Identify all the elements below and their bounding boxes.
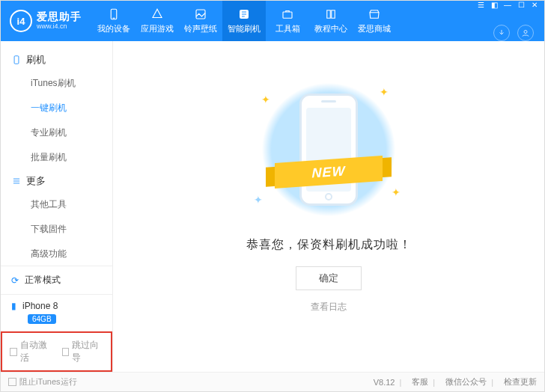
header-icons <box>493 25 534 41</box>
checkbox-skip-guide[interactable]: 跳过向导 <box>62 339 104 364</box>
checkbox-icon <box>62 348 70 356</box>
support-link[interactable]: 客服 <box>412 376 428 388</box>
tab-my-device[interactable]: 我的设备 <box>92 1 136 41</box>
toolbox-icon <box>281 7 294 21</box>
success-message: 恭喜您，保资料刷机成功啦！ <box>246 237 412 253</box>
sidebar-item-download-fw[interactable]: 下载固件 <box>1 217 112 242</box>
phone-small-icon: ▮ <box>11 301 16 311</box>
body: 刷机 iTunes刷机 一键刷机 专业刷机 批量刷机 更多 其他工具 下载固件 … <box>1 41 544 372</box>
device-icon <box>11 55 22 65</box>
sidebar-item-pro-flash[interactable]: 专业刷机 <box>1 120 112 145</box>
more-icon <box>11 176 22 186</box>
sparkle-icon: ✦ <box>261 94 270 105</box>
brand-text: 爱思助手 www.i4.cn <box>37 11 82 30</box>
phone-icon <box>107 7 121 21</box>
new-ribbon: NEW <box>269 153 389 191</box>
tab-label: 爱思商城 <box>358 23 391 34</box>
checkbox-block-itunes[interactable]: 阻止iTunes运行 <box>8 376 77 388</box>
tab-label: 铃声壁纸 <box>184 23 217 34</box>
device-mode-status[interactable]: ⟳ 正常模式 <box>1 266 112 295</box>
sidebar-item-itunes-flash[interactable]: iTunes刷机 <box>1 71 112 96</box>
wallpaper-icon <box>194 7 207 21</box>
flash-options-highlight: 自动激活 跳过向导 <box>1 331 112 372</box>
brand: i4 爱思助手 www.i4.cn <box>7 10 89 32</box>
header-right: ☰ ◧ — ☐ ✕ <box>477 1 538 41</box>
sidebar-item-onekey-flash[interactable]: 一键刷机 <box>1 96 112 120</box>
checkbox-label: 跳过向导 <box>72 339 103 364</box>
sidebar-section-more[interactable]: 更多 <box>1 170 112 192</box>
checkbox-auto-activate[interactable]: 自动激活 <box>10 339 52 364</box>
sidebar-item-advanced[interactable]: 高级功能 <box>1 242 112 266</box>
skin-icon[interactable]: ◧ <box>490 1 498 8</box>
statusbar: 阻止iTunes运行 V8.12 | 客服 | 微信公众号 | 检查更新 <box>1 372 544 391</box>
window-controls: ☰ ◧ — ☐ ✕ <box>477 1 538 8</box>
brand-title: 爱思助手 <box>37 11 82 22</box>
tab-toolbox[interactable]: 工具箱 <box>266 1 309 41</box>
store-icon <box>368 7 381 21</box>
sync-icon: ⟳ <box>11 275 19 286</box>
device-name: iPhone 8 <box>22 301 58 311</box>
close-icon[interactable]: ✕ <box>531 1 538 8</box>
sidebar: 刷机 iTunes刷机 一键刷机 专业刷机 批量刷机 更多 其他工具 下载固件 … <box>1 41 113 372</box>
flash-icon <box>237 7 251 21</box>
tab-label: 教程中心 <box>314 23 347 34</box>
check-update-link[interactable]: 检查更新 <box>504 376 537 388</box>
checkbox-icon <box>10 348 17 356</box>
ribbon-text: NEW <box>275 156 383 189</box>
version-label: V8.12 <box>374 378 395 387</box>
tab-label: 工具箱 <box>275 23 300 34</box>
sidebar-section-label: 更多 <box>26 174 46 188</box>
wechat-link[interactable]: 微信公众号 <box>445 376 487 388</box>
titlebar: i4 爱思助手 www.i4.cn 我的设备 应用游戏 铃声壁纸 智能刷机 <box>1 1 544 41</box>
sidebar-bottom: ⟳ 正常模式 ▮ iPhone 8 64GB 自动激活 <box>1 266 112 372</box>
maximize-icon[interactable]: ☐ <box>517 1 525 8</box>
sidebar-item-batch-flash[interactable]: 批量刷机 <box>1 145 112 170</box>
tab-ringtones[interactable]: 铃声壁纸 <box>179 1 222 41</box>
sparkle-icon: ✦ <box>380 86 389 98</box>
brand-logo-icon: i4 <box>10 10 32 32</box>
tab-smart-flash[interactable]: 智能刷机 <box>222 1 266 41</box>
svg-rect-6 <box>14 56 19 64</box>
checkbox-label: 阻止iTunes运行 <box>19 376 77 388</box>
ok-button[interactable]: 确定 <box>296 266 362 290</box>
sidebar-section-flash[interactable]: 刷机 <box>1 49 112 71</box>
tab-store[interactable]: 爱思商城 <box>353 1 396 41</box>
settings-icon[interactable]: ☰ <box>477 1 484 8</box>
tab-label: 我的设备 <box>97 23 130 34</box>
apps-icon <box>150 7 164 21</box>
checkbox-icon <box>8 378 16 386</box>
view-log-link[interactable]: 查看日志 <box>311 301 347 313</box>
device-info[interactable]: ▮ iPhone 8 64GB <box>1 295 112 331</box>
sparkle-icon: ✦ <box>392 186 401 198</box>
sidebar-section-label: 刷机 <box>26 53 46 67</box>
book-icon <box>324 7 338 21</box>
main-content: NEW ✦ ✦ ✦ ✦ 恭喜您，保资料刷机成功啦！ 确定 查看日志 <box>113 41 544 372</box>
svg-rect-4 <box>283 12 292 18</box>
device-storage-badge: 64GB <box>28 314 56 324</box>
tab-apps[interactable]: 应用游戏 <box>136 1 179 41</box>
top-nav: 我的设备 应用游戏 铃声壁纸 智能刷机 工具箱 教程中心 <box>92 1 396 41</box>
tab-label: 应用游戏 <box>141 23 174 34</box>
app-window: i4 爱思助手 www.i4.cn 我的设备 应用游戏 铃声壁纸 智能刷机 <box>0 0 545 392</box>
success-illustration: NEW ✦ ✦ ✦ ✦ <box>231 71 426 228</box>
sidebar-item-other-tools[interactable]: 其他工具 <box>1 192 112 217</box>
brand-url: www.i4.cn <box>37 23 82 31</box>
svg-point-5 <box>524 31 527 34</box>
user-icon[interactable] <box>517 25 534 41</box>
sparkle-icon: ✦ <box>254 194 263 206</box>
status-text: 正常模式 <box>25 274 61 287</box>
checkbox-label: 自动激活 <box>20 339 52 364</box>
tab-label: 智能刷机 <box>228 23 261 34</box>
download-icon[interactable] <box>493 25 510 41</box>
minimize-icon[interactable]: — <box>504 1 511 8</box>
tab-tutorials[interactable]: 教程中心 <box>309 1 353 41</box>
